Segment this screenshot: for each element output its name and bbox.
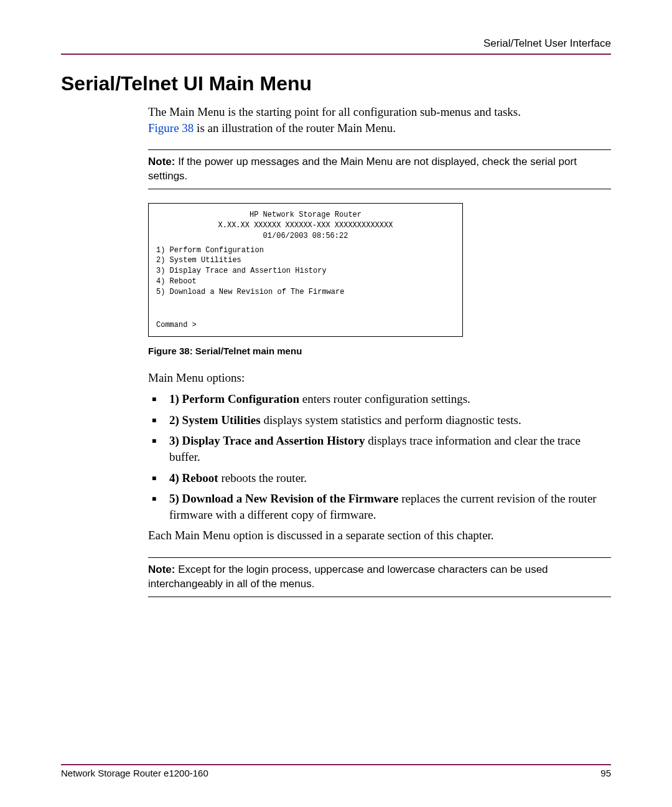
option-label: 5) Download a New Revision of the Firmwa… (169, 492, 399, 505)
footer-page-number: 95 (600, 768, 611, 778)
note-block-2: Note: Except for the login process, uppe… (148, 557, 611, 597)
list-item: 4) Reboot reboots the router. (148, 470, 611, 486)
list-item: 1) Perform Configuration enters router c… (148, 391, 611, 407)
terminal-item: 3) Display Trace and Assertion History (156, 266, 455, 276)
terminal-item: 5) Download a New Revision of The Firmwa… (156, 287, 455, 298)
list-item: 5) Download a New Revision of the Firmwa… (148, 491, 611, 522)
terminal-item: 1) Perform Configuration (156, 245, 455, 256)
footer-rule (61, 764, 611, 765)
list-item: 3) Display Trace and Assertion History d… (148, 433, 611, 465)
terminal-item: 2) System Utilities (156, 255, 455, 266)
intro-paragraph: The Main Menu is the starting point for … (148, 104, 611, 136)
note-label: Note: (148, 564, 175, 575)
terminal-timestamp: 01/06/2003 08:56:22 (156, 231, 455, 242)
option-desc: displays system statistics and perform d… (261, 413, 521, 427)
intro-line1: The Main Menu is the starting point for … (148, 105, 521, 118)
page-title: Serial/Telnet UI Main Menu (61, 72, 611, 95)
terminal-screenshot: HP Network Storage Router X.XX.XX XXXXXX… (148, 203, 463, 337)
note-label: Note: (148, 156, 175, 168)
figure-caption: Figure 38: Serial/Telnet main menu (148, 346, 611, 356)
page-footer: Network Storage Router e1200-160 95 (61, 764, 611, 778)
list-item: 2) System Utilities displays system stat… (148, 412, 611, 428)
terminal-title: HP Network Storage Router (156, 210, 455, 220)
footer-left: Network Storage Router e1200-160 (61, 768, 208, 778)
terminal-item: 4) Reboot (156, 276, 455, 287)
terminal-prompt: Command > (156, 320, 455, 331)
options-list: 1) Perform Configuration enters router c… (148, 391, 611, 522)
intro-line2-rest: is an illustration of the router Main Me… (194, 121, 396, 134)
option-label: 1) Perform Configuration (169, 392, 299, 405)
note-block-1: Note: If the power up messages and the M… (148, 149, 611, 189)
option-desc: reboots the router. (218, 471, 307, 484)
option-label: 3) Display Trace and Assertion History (169, 434, 365, 447)
note-text: Except for the login process, uppercase … (148, 564, 548, 590)
header-rule (61, 54, 611, 55)
options-intro: Main Menu options: (148, 370, 611, 386)
option-desc: enters router configuration settings. (299, 392, 470, 405)
figure-reference-link[interactable]: Figure 38 (148, 121, 194, 134)
terminal-version: X.XX.XX XXXXXX XXXXXX-XXX XXXXXXXXXXXXX (156, 220, 455, 231)
note-text: If the power up messages and the Main Me… (148, 156, 577, 182)
running-header: Serial/Telnet User Interface (61, 37, 611, 54)
option-label: 2) System Utilities (169, 413, 261, 427)
closing-paragraph: Each Main Menu option is discussed in a … (148, 527, 611, 544)
option-label: 4) Reboot (169, 471, 218, 484)
